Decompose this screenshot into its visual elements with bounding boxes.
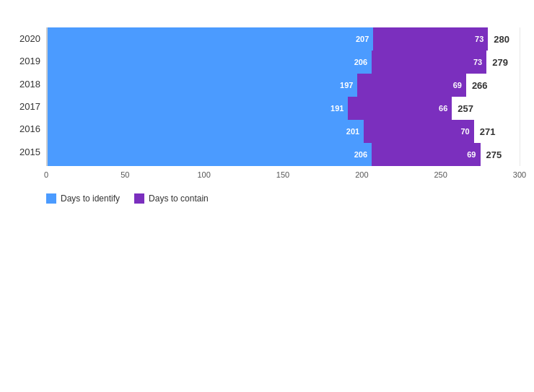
bar-identify-2018: 197 [48, 74, 357, 97]
legend-color-1 [134, 193, 144, 204]
bar-contain-2015: 69 [372, 143, 480, 166]
contain-label-2016: 70 [461, 127, 470, 136]
bar-identify-2020: 207 [48, 27, 373, 51]
bar-row-2020: 20773280 [48, 27, 520, 51]
identify-label-2018: 197 [340, 81, 353, 90]
bar-total-2018: 266 [472, 80, 488, 91]
identify-label-2019: 206 [354, 58, 367, 66]
legend-item-1: Days to contain [134, 193, 209, 204]
identify-label-2017: 191 [331, 104, 343, 113]
x-tick-300: 300 [513, 170, 526, 179]
y-label-2019: 2019 [14, 56, 40, 66]
bar-contain-2018: 69 [357, 74, 465, 97]
bar-total-2015: 275 [486, 149, 502, 160]
contain-label-2018: 69 [453, 81, 462, 90]
x-tick-50: 50 [121, 170, 129, 179]
y-label-2016: 2016 [14, 124, 40, 134]
x-axis: 050100150200250300 [46, 170, 520, 185]
bar-contain-2020: 73 [373, 27, 488, 51]
y-label-2015: 2015 [14, 147, 40, 157]
bars-container: 2077328020673279197692661916625720170271… [46, 27, 520, 166]
y-label-2020: 2020 [14, 34, 40, 43]
x-tick-150: 150 [276, 170, 289, 179]
bar-identify-2017: 191 [48, 97, 348, 120]
identify-label-2016: 201 [346, 127, 359, 136]
bar-row-2019: 20673279 [48, 51, 520, 74]
chart-area: 202020192018201720162015 207732802067327… [14, 27, 520, 185]
bar-row-2017: 19166257 [48, 97, 520, 120]
legend: Days to identifyDays to contain [14, 193, 520, 204]
x-tick-100: 100 [197, 170, 210, 179]
bar-total-2017: 257 [458, 103, 473, 114]
bar-identify-2016: 201 [48, 120, 364, 143]
bar-row-2016: 20170271 [48, 120, 520, 143]
bar-total-2020: 280 [494, 34, 509, 45]
chart-main: 2077328020673279197692661916625720170271… [46, 27, 520, 185]
legend-label-0: Days to identify [61, 193, 120, 204]
chart-container: 202020192018201720162015 207732802067327… [14, 27, 520, 204]
identify-label-2020: 207 [356, 35, 369, 43]
grid-line-300 [520, 27, 520, 166]
contain-label-2020: 73 [475, 35, 483, 43]
y-axis-labels: 202020192018201720162015 [14, 27, 40, 185]
contain-label-2015: 69 [467, 150, 476, 159]
y-label-2018: 2018 [14, 79, 40, 89]
contain-label-2019: 73 [473, 58, 482, 66]
bar-total-2019: 279 [492, 57, 508, 68]
bar-row-2018: 19769266 [48, 74, 520, 97]
contain-label-2017: 66 [439, 104, 447, 113]
legend-label-1: Days to contain [149, 193, 209, 204]
bar-row-2015: 20669275 [48, 143, 520, 166]
y-label-2017: 2017 [14, 102, 40, 111]
bar-total-2016: 271 [480, 126, 496, 137]
bar-contain-2017: 66 [348, 97, 452, 120]
x-tick-200: 200 [355, 170, 368, 179]
x-tick-250: 250 [434, 170, 447, 179]
x-tick-0: 0 [44, 170, 48, 179]
identify-label-2015: 206 [354, 150, 367, 159]
bar-identify-2019: 206 [48, 51, 372, 74]
bar-identify-2015: 206 [48, 143, 372, 166]
legend-color-0 [46, 193, 56, 204]
bar-contain-2019: 73 [372, 51, 486, 74]
legend-item-0: Days to identify [46, 193, 120, 204]
bar-contain-2016: 70 [364, 120, 474, 143]
